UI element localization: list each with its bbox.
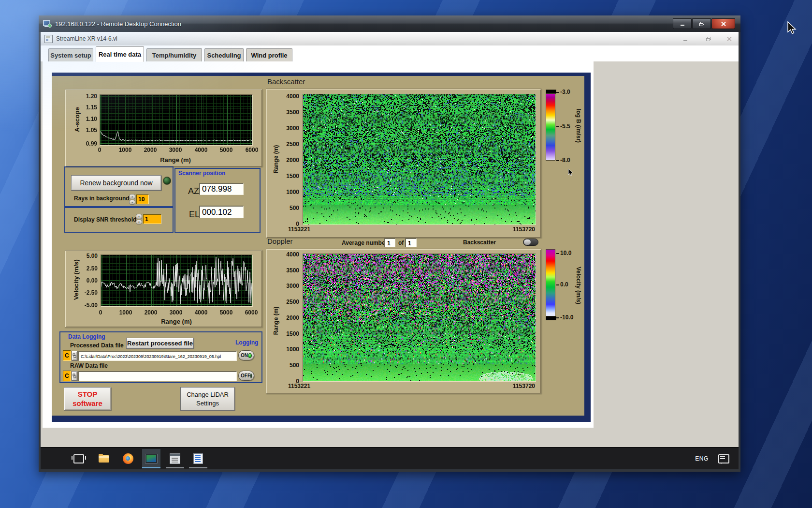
- tab-wind-profile[interactable]: Wind profile: [246, 48, 292, 61]
- axis-tick: 0.99: [77, 140, 97, 147]
- task-view-icon[interactable]: [70, 449, 88, 468]
- spinner-up-icon[interactable]: ▲: [129, 194, 135, 199]
- backscatter-toggle-label: Backscatter: [463, 239, 496, 246]
- app-close-button[interactable]: [723, 35, 736, 43]
- tab-system-setup[interactable]: System setup: [48, 48, 93, 61]
- snr-threshold-box: Display SNR threshold ▲ ▼ 1: [64, 207, 174, 233]
- doppler-colorbar-label: Velocity (m/s): [575, 267, 582, 304]
- logging-label: Logging: [235, 339, 258, 346]
- processed-data-file-label: Processed Data file: [70, 342, 124, 349]
- scan-scheduler-icon[interactable]: [166, 449, 184, 468]
- axis-tick: 2000: [278, 157, 299, 164]
- snr-value-field[interactable]: 1: [143, 214, 161, 224]
- axis-tick: 3500: [278, 267, 299, 274]
- axis-tick: 2500: [278, 141, 299, 148]
- background-controls-box: Renew background now Rays in background …: [64, 166, 174, 207]
- change-lidar-settings-button[interactable]: Change LiDAR Settings: [180, 387, 235, 411]
- backscatter-plot-area: [303, 94, 536, 225]
- axis-tick: 1.05: [77, 127, 97, 134]
- log-viewer-icon[interactable]: [189, 449, 207, 468]
- content-canvas: [43, 61, 594, 428]
- axis-tick: 2500: [278, 299, 299, 305]
- axis-tick: 1.20: [77, 93, 97, 100]
- doppler-cb-tick-min: -10.0: [556, 314, 573, 321]
- stop-software-button[interactable]: STOP software: [64, 387, 111, 410]
- on-label: ON: [241, 353, 248, 358]
- spinner-up-icon[interactable]: ▲: [136, 214, 142, 219]
- snr-spinner[interactable]: ▲ ▼: [136, 214, 142, 224]
- doppler-colorbar: [546, 249, 555, 317]
- rays-spinner[interactable]: ▲ ▼: [129, 194, 135, 205]
- raw-logging-toggle[interactable]: OFF: [238, 371, 254, 381]
- processed-path-field[interactable]: C:\Lidar\Data\Proc\2023\202309\20230919\…: [78, 351, 237, 361]
- app-restore-button[interactable]: [702, 35, 715, 43]
- rdp-minimize-button[interactable]: [673, 18, 692, 29]
- firefox-icon[interactable]: [119, 449, 137, 468]
- app-titlebar[interactable]: StreamLine XR v14-6.vi: [41, 32, 739, 46]
- average-number-field[interactable]: 1: [384, 238, 395, 247]
- ascope-x-axis-label: Range (m): [127, 156, 224, 164]
- tab-real-time-data[interactable]: Real time data: [96, 46, 144, 62]
- panel-border-right: [584, 73, 591, 422]
- language-indicator[interactable]: ENG: [692, 449, 711, 468]
- content-area: A-scope Range (m) 1.201.151.101.050.9901…: [41, 61, 739, 447]
- backscatter-cb-tick-min: -8.0: [556, 157, 570, 164]
- on-led-icon: [248, 353, 252, 358]
- backscatter-title: Backscatter: [267, 77, 305, 86]
- axis-tick: 500: [278, 205, 299, 211]
- toggle-knob: [524, 239, 531, 245]
- velocity-x-axis-label: Range (m): [128, 318, 225, 325]
- spinner-down-icon[interactable]: ▼: [129, 200, 135, 205]
- rdp-close-button[interactable]: [711, 18, 735, 29]
- tab-temp-humidity[interactable]: Temp/humidity: [146, 48, 202, 61]
- restart-processed-file-button[interactable]: Restart processed file: [126, 338, 194, 349]
- renew-background-led: [163, 177, 171, 185]
- spinner-down-icon[interactable]: ▼: [136, 220, 142, 225]
- raw-drive-button[interactable]: C: [63, 371, 71, 381]
- raw-browse-icon[interactable]: [72, 371, 77, 381]
- remote-cursor-icon: [568, 168, 574, 177]
- axis-tick: 6000: [242, 309, 261, 316]
- axis-tick: 1500: [278, 173, 299, 179]
- settings-line1: Change LiDAR: [187, 390, 229, 399]
- panel-border-bottom: [52, 416, 591, 422]
- raw-data-file-label: RAW Data file: [70, 362, 108, 369]
- axis-tick: 0: [278, 378, 299, 385]
- axis-tick: 5000: [217, 309, 236, 316]
- doppler-cb-tick-mid: 0.0: [556, 281, 568, 288]
- processed-browse-icon[interactable]: [72, 351, 77, 360]
- vi-file-icon: [44, 35, 53, 43]
- notification-icon[interactable]: [714, 449, 733, 468]
- average-total-field[interactable]: 1: [405, 238, 417, 247]
- velocity-plot-area: [101, 254, 253, 307]
- doppler-y-axis-label: Range (m): [273, 307, 279, 335]
- backscatter-x-start: 1153221: [288, 226, 310, 233]
- ascope-graph: A-scope Range (m) 1.201.151.101.050.9901…: [65, 89, 262, 167]
- app-window-title: StreamLine XR v14-6.vi: [56, 35, 117, 42]
- rays-value-field[interactable]: 10: [136, 194, 149, 204]
- rdp-restore-button[interactable]: [692, 18, 711, 29]
- renew-background-button[interactable]: Renew background now: [71, 175, 161, 191]
- axis-tick: 4000: [278, 251, 299, 258]
- file-explorer-icon[interactable]: [95, 449, 113, 468]
- doppler-cb-tick-max: 10.0: [556, 250, 571, 256]
- streamline-app-icon[interactable]: [142, 449, 160, 468]
- ascope-plot-area: [100, 94, 253, 146]
- rdp-titlebar[interactable]: 192.168.0.122 - Remote Desktop Connectio…: [39, 15, 740, 32]
- axis-tick: 0: [90, 147, 109, 153]
- axis-tick: 0: [278, 221, 299, 227]
- data-logging-title: Data Logging: [68, 333, 105, 340]
- backscatter-colorbar: [546, 93, 555, 161]
- raw-path-field[interactable]: [78, 371, 237, 381]
- processed-logging-toggle[interactable]: ON: [238, 350, 254, 360]
- tab-scheduling[interactable]: Scheduling: [204, 48, 244, 61]
- az-value-field[interactable]: 078.998: [199, 183, 244, 195]
- app-minimize-button[interactable]: [679, 35, 692, 43]
- backscatter-doppler-toggle[interactable]: [523, 239, 538, 246]
- axis-tick: -5.00: [75, 302, 98, 309]
- axis-tick: 2000: [141, 147, 160, 153]
- el-value-field[interactable]: 000.102: [199, 206, 244, 218]
- processed-drive-button[interactable]: C: [63, 350, 71, 361]
- axis-tick: 6000: [242, 147, 261, 153]
- rdp-icon: [43, 20, 51, 27]
